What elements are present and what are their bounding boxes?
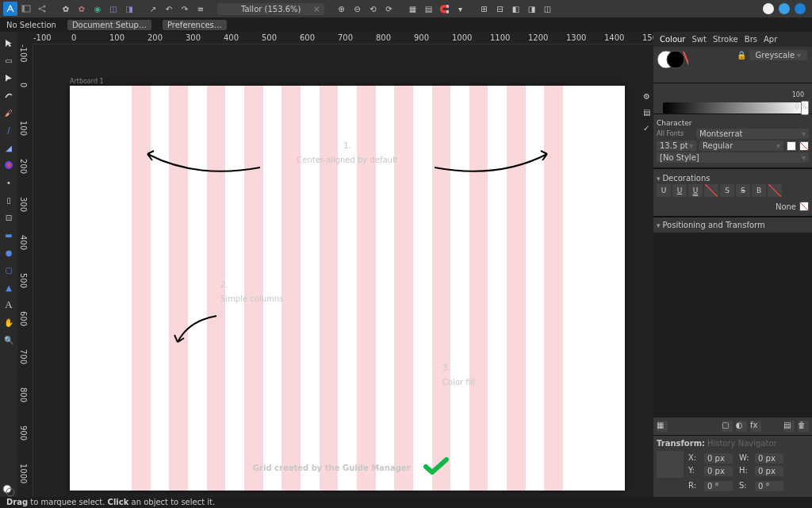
crop-tool[interactable]: ⊡ [2, 211, 15, 224]
rect-tool[interactable]: ▬ [2, 229, 15, 241]
zoom-out-icon[interactable]: ⊖ [350, 2, 364, 16]
transparency-tool[interactable]: • [2, 176, 15, 189]
lock-icon[interactable]: 🔒 [737, 51, 746, 60]
zoom-in-icon[interactable]: ⊕ [334, 2, 348, 16]
uline-color[interactable] [704, 184, 718, 197]
rail-check-icon[interactable]: ✓ [643, 124, 651, 132]
thumb-6[interactable]: 🗑 [798, 421, 809, 432]
colour-mode-select[interactable]: Greyscale ▾ [749, 50, 807, 60]
r-field[interactable]: 0 ° [704, 481, 733, 491]
deco-none-swatch[interactable] [799, 202, 809, 211]
pencil-tool[interactable]: 🖌 [2, 106, 15, 119]
text-bg-swatch[interactable] [799, 141, 809, 151]
flower2-icon[interactable]: ✿ [75, 2, 89, 16]
rotate2-icon[interactable]: ⟳ [381, 2, 396, 16]
tab-appearance[interactable]: Apr [764, 35, 777, 44]
app-icon[interactable] [3, 2, 17, 16]
persona-3[interactable] [795, 3, 806, 14]
brush-tool[interactable]: / [2, 124, 15, 137]
hand-tool[interactable]: ✋ [2, 316, 15, 329]
w-field[interactable]: 0 px [755, 453, 783, 464]
arrow-left-icon [141, 148, 260, 179]
thumb-2[interactable]: ▢ [722, 421, 733, 432]
strike2-button[interactable]: S [736, 184, 750, 197]
sub-icon[interactable]: ⊟ [492, 2, 507, 16]
h-label: H: [739, 466, 749, 476]
greyscale-slider[interactable] [663, 102, 806, 114]
rotate-icon[interactable]: ⟲ [366, 2, 380, 16]
swatch-fg[interactable] [2, 484, 15, 497]
pen-tool[interactable] [2, 89, 15, 102]
canvas[interactable]: -100010020030040050060070080090010001100… [17, 32, 653, 497]
size-select[interactable]: 13.5 pt▾ [657, 140, 696, 151]
undo-icon[interactable]: ↶ [162, 2, 176, 16]
annotation-3: 3. Color fill [442, 364, 475, 389]
align-icon[interactable]: ≡ [193, 2, 208, 16]
tab-stroke[interactable]: Stroke [713, 35, 738, 44]
s-field[interactable]: 0 ° [755, 481, 783, 491]
close-icon[interactable]: × [313, 5, 320, 13]
weight-select[interactable]: Regular▾ [699, 140, 783, 151]
node-tool[interactable] [2, 71, 15, 84]
triangle-tool[interactable]: ▲ [2, 281, 15, 294]
y-field[interactable]: 0 px [704, 466, 733, 476]
div-icon[interactable]: ◨ [524, 2, 538, 16]
artboard[interactable]: 1. Center-aligned by default 2. Simple c… [70, 86, 625, 491]
x-field[interactable]: 0 px [704, 453, 733, 464]
thumb-4[interactable]: fx [750, 421, 761, 432]
h-field[interactable]: 0 px [755, 466, 783, 476]
thumb-3[interactable]: ◐ [736, 421, 747, 432]
flower1-icon[interactable]: ✿ [59, 2, 73, 16]
slice-icon[interactable]: ◫ [106, 2, 121, 16]
artboard-tool[interactable]: ▭ [2, 54, 15, 67]
underline2-button[interactable]: U [672, 184, 687, 197]
tab-colour[interactable]: Colour [660, 35, 685, 44]
thumb-1[interactable]: ▦ [657, 421, 668, 432]
share-icon[interactable] [35, 2, 49, 16]
thumb-5[interactable]: ▤ [783, 421, 795, 432]
rail-layers-icon[interactable]: ▤ [643, 108, 651, 116]
underline-button[interactable]: U [657, 184, 671, 197]
strike-color[interactable] [768, 184, 782, 197]
svg-point-5 [5, 161, 13, 169]
arrow-icon[interactable]: ↗ [146, 2, 160, 16]
font-select[interactable]: Montserrat▾ [696, 129, 809, 139]
anchor-selector[interactable] [657, 451, 684, 478]
ann3-num: 3. [442, 364, 475, 372]
strike-button[interactable]: S [720, 184, 734, 197]
dropdown-icon[interactable]: ▾ [453, 2, 467, 16]
group2-icon[interactable]: ▤ [421, 2, 435, 16]
text-color-swatch[interactable] [787, 141, 796, 151]
preferences-button[interactable]: Preferences… [163, 20, 227, 30]
document-title[interactable]: Tallor (153.6%)× [217, 3, 324, 15]
persona-1[interactable] [763, 3, 774, 14]
snap-icon[interactable]: 🧲 [437, 2, 451, 16]
ellipse-tool[interactable]: ● [2, 246, 15, 259]
node-icon[interactable]: ◉ [90, 2, 105, 16]
doc-setup-button[interactable]: Document Setup… [67, 20, 151, 30]
group1-icon[interactable]: ▦ [405, 2, 419, 16]
redo-icon[interactable]: ↷ [178, 2, 192, 16]
rounded-tool[interactable]: ▢ [2, 264, 15, 276]
slice2-icon[interactable]: ◨ [122, 2, 136, 16]
vector-crop-tool[interactable]: ▯ [2, 194, 15, 206]
text-tool[interactable]: A [2, 298, 15, 311]
panel-icon[interactable] [19, 2, 33, 16]
move-tool[interactable] [2, 37, 15, 49]
underline3-button[interactable]: U [688, 184, 703, 197]
transform-tabs[interactable]: History Navigator [707, 439, 777, 448]
fill-tool[interactable]: ◢ [2, 141, 15, 154]
tab-brushes[interactable]: Brs [745, 35, 757, 44]
fill-stroke-swatch[interactable] [657, 48, 688, 71]
add-icon[interactable]: ⊞ [477, 2, 491, 16]
zoom-tool[interactable]: 🔍 [2, 333, 15, 346]
persona-2[interactable] [779, 3, 790, 14]
gradient-tool[interactable] [2, 159, 15, 171]
rail-gear-icon[interactable]: ⚙ [643, 92, 651, 100]
style-select[interactable]: [No Style]▾ [657, 152, 809, 163]
bold-button[interactable]: B [752, 184, 766, 197]
xor-icon[interactable]: ◫ [540, 2, 554, 16]
s-label: S: [739, 481, 749, 491]
tab-swatches[interactable]: Swt [691, 35, 706, 44]
int-icon[interactable]: ◧ [508, 2, 523, 16]
